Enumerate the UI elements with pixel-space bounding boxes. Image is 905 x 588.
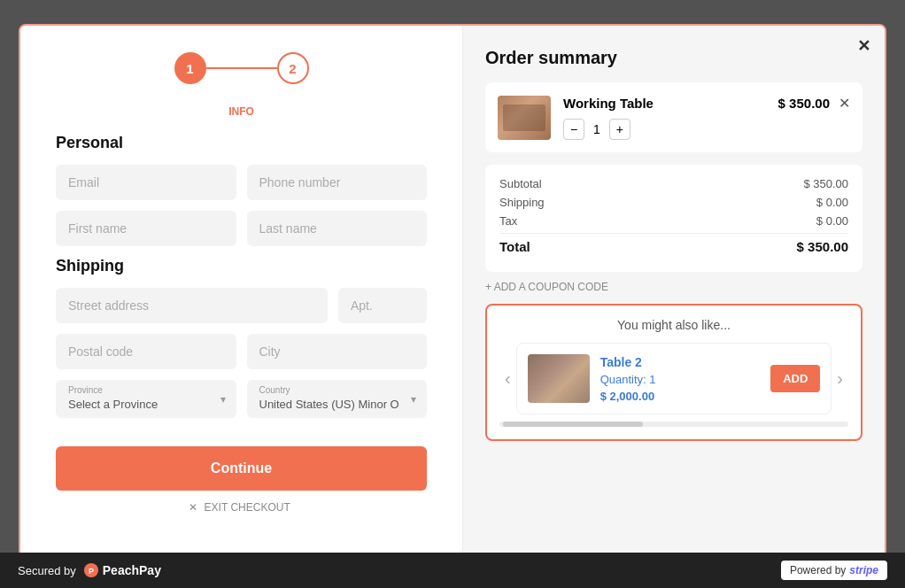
item-remove-button[interactable]: ✕ (839, 95, 850, 112)
shipping-value: $ 0.00 (816, 196, 848, 209)
tax-row: Tax $ 0.00 (499, 214, 848, 228)
upsell-item-price: $ 2,000.00 (600, 390, 760, 403)
country-wrapper: Country United States (US) Minor O ▾ (247, 380, 428, 418)
shipping-section-title: Shipping (56, 257, 427, 275)
province-country-row: Province Select a Province ▾ Country Uni… (56, 380, 427, 418)
shipping-row: Shipping $ 0.00 (499, 196, 848, 209)
checkout-modal: 1 2 INFO Personal Shipping (19, 24, 886, 564)
email-phone-row (56, 165, 427, 200)
qty-decrease-button[interactable]: − (563, 119, 584, 140)
upsell-scrollbar-thumb (503, 422, 643, 427)
subtotal-value: $ 350.00 (803, 177, 848, 190)
exit-x-icon: ✕ (189, 501, 197, 514)
stripe-logo-text: stripe (849, 564, 878, 576)
step-2[interactable]: 2 (277, 52, 309, 84)
lastname-field[interactable] (247, 211, 428, 246)
upsell-item-qty: Quantity: 1 (600, 373, 760, 386)
secured-by-label: Secured by P PeachPay (18, 562, 161, 578)
postal-field[interactable] (56, 334, 236, 369)
email-field[interactable] (56, 165, 236, 200)
svg-text:P: P (89, 567, 94, 576)
step-1[interactable]: 1 (174, 52, 206, 84)
total-label: Total (499, 239, 530, 254)
province-wrapper: Province Select a Province ▾ (56, 380, 236, 418)
province-label: Province (68, 385, 103, 395)
item-thumbnail (498, 96, 551, 140)
country-label: Country (259, 385, 290, 395)
apt-field[interactable] (338, 288, 427, 323)
continue-button[interactable]: Continue (56, 446, 427, 491)
secured-text: Secured by (18, 564, 76, 577)
item-price: $ 350.00 (778, 96, 830, 111)
upsell-next-button[interactable]: › (832, 365, 848, 392)
city-field[interactable] (247, 334, 428, 369)
table2-image (528, 354, 590, 403)
upsell-prev-button[interactable]: ‹ (499, 365, 516, 392)
order-summary-title: Order summary (485, 48, 862, 68)
street-row (56, 288, 427, 323)
upsell-item-info: Table 2 Quantity: 1 $ 2,000.00 (600, 355, 760, 403)
upsell-item-name: Table 2 (600, 355, 760, 369)
upsell-scrollbar[interactable] (499, 422, 848, 427)
working-table-image (498, 96, 551, 140)
phone-field[interactable] (247, 165, 428, 200)
stepper: 1 2 INFO (56, 52, 427, 125)
upsell-inner: ‹ Table 2 Quantity: 1 $ 2,000.00 ADD › (499, 343, 848, 414)
order-summary-panel: ✕ Order summary Working Table $ 350.00 ✕… (463, 26, 885, 562)
powered-by-stripe: Powered by stripe (781, 561, 887, 580)
step-connector (206, 67, 277, 69)
name-row (56, 211, 427, 246)
upsell-item: Table 2 Quantity: 1 $ 2,000.00 ADD (516, 343, 832, 414)
qty-value: 1 (593, 122, 600, 136)
upsell-add-button[interactable]: ADD (770, 365, 820, 392)
step-info-label: INFO (228, 105, 254, 118)
coupon-link[interactable]: + ADD A COUPON CODE (485, 281, 862, 293)
form-panel: 1 2 INFO Personal Shipping (20, 26, 463, 562)
total-row: Total $ 350.00 (499, 233, 848, 254)
tax-value: $ 0.00 (816, 214, 848, 228)
total-value: $ 350.00 (797, 239, 848, 254)
upsell-title: You might also like... (499, 318, 848, 332)
peachpay-icon: P (83, 562, 99, 578)
qty-control: − 1 + (563, 119, 850, 140)
shipping-label: Shipping (499, 196, 545, 209)
firstname-field[interactable] (56, 211, 236, 246)
order-item-details: Working Table $ 350.00 ✕ − 1 + (563, 95, 850, 140)
close-button[interactable]: ✕ (857, 36, 870, 56)
subtotal-label: Subtotal (499, 177, 542, 190)
personal-section-title: Personal (56, 134, 427, 152)
subtotal-row: Subtotal $ 350.00 (499, 177, 848, 190)
powered-text: Powered by (790, 564, 846, 576)
postal-city-row (56, 334, 427, 369)
exit-checkout-link[interactable]: ✕ EXIT CHECKOUT (56, 501, 427, 514)
totals-section: Subtotal $ 350.00 Shipping $ 0.00 Tax $ … (485, 165, 862, 272)
upsell-card: You might also like... ‹ Table 2 Quantit… (485, 304, 862, 441)
item-name: Working Table (563, 96, 778, 111)
tax-label: Tax (499, 214, 517, 228)
bottom-bar: Secured by P PeachPay Powered by stripe (0, 553, 905, 588)
street-field[interactable] (56, 288, 328, 323)
order-item-card: Working Table $ 350.00 ✕ − 1 + (485, 82, 862, 152)
qty-increase-button[interactable]: + (609, 119, 630, 140)
peachpay-logo: P PeachPay (83, 562, 161, 578)
upsell-item-thumbnail (528, 354, 590, 403)
